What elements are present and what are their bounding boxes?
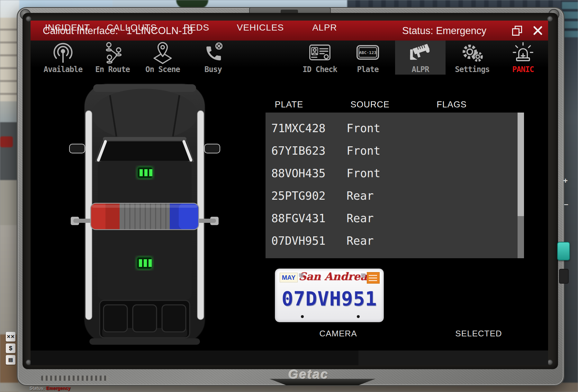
side-dark-button [559,269,569,284]
game-screenshot: { "window": { "title_prefix": "Callout I… [0,0,578,392]
alpr-row[interactable]: 88VOH435Front [266,162,524,185]
alpr-row[interactable]: 25PTG902Rear [266,185,524,207]
hud-icon-boxes: ✕✕ [6,332,15,342]
cell-source: Front [347,162,380,185]
chassis-notch [269,379,375,385]
cell-plate: 71MXC428 [266,117,347,140]
plate-number: 07DVH951 [275,287,384,310]
cell-plate: 25PTG902 [266,185,347,207]
panic-button[interactable]: PANIC [502,41,544,75]
route-pins-icon [100,41,125,65]
hud-status-text: Status: Emergency [30,386,70,391]
location-pin-diamond-icon [150,41,175,65]
tab-vehicles[interactable]: VEHICLES [225,21,296,35]
alpr-results-table: 71MXC428Front 67YIB623Front 88VOH435Fron… [266,113,524,258]
available-button[interactable]: Available [37,41,89,75]
tab-peds[interactable]: PEDS [161,21,232,35]
hud-icon-dollar: $ [6,343,15,353]
tab-callouts[interactable]: CALLOUTS [96,21,167,35]
on-scene-label: On Scene [145,65,180,74]
alpr-row[interactable]: 67YIB623Front [266,140,524,162]
tab-incident[interactable]: INCIDENT [32,21,103,35]
broadcast-icon [51,41,75,65]
side-plus-button: + [563,176,568,185]
close-icon[interactable] [532,25,543,36]
background-car [0,136,13,147]
panic-label: PANIC [512,65,534,74]
busy-label: Busy [204,65,222,74]
license-plate-icon: ABC·123 [355,41,381,65]
busy-button[interactable]: Busy [194,41,232,75]
plate-screw [301,315,304,318]
column-header-source: SOURCE [335,100,405,110]
alpr-button[interactable]: ALPR [395,41,446,75]
hud-status-label: Status: [30,386,45,391]
id-card-icon [307,41,333,65]
settings-button[interactable]: Settings [447,41,498,75]
cell-plate: 07DVH951 [266,230,347,252]
selected-label: SELECTED [437,329,520,339]
gears-icon [459,41,485,65]
cell-plate: 88VOH435 [266,162,347,185]
available-label: Available [43,65,82,74]
plate-registration-sticker [367,272,380,284]
bottom-tab-bar-extension [358,351,548,365]
cctv-camera-icon [408,41,433,65]
plate-button[interactable]: ABC·123 Plate [347,41,389,75]
cell-source: Rear [347,230,374,252]
side-teal-button [557,242,570,260]
id-check-button[interactable]: ID Check [294,41,346,75]
side-minus-button: − [564,200,568,209]
status-text: Status: Emergency [402,25,486,37]
table-scrollbar[interactable] [518,113,524,258]
plate-icon-text: ABC·123 [359,50,376,55]
cell-source: Front [347,140,380,162]
hud-icon-grid: ▤ [6,355,15,365]
alpr-label: ALPR [412,65,429,74]
toolbar: Available En Route On S [31,41,548,75]
tab-alpr[interactable]: ALPR [289,21,360,35]
license-plate-preview: MAY San Andreas 07DVH951 [275,269,384,322]
column-header-flags: FLAGS [416,100,487,110]
cell-plate: 88FGV431 [266,207,347,230]
siren-icon [511,41,535,65]
plate-screw [357,315,360,318]
restore-window-icon[interactable] [512,25,522,36]
bottom-tab-bar [31,351,358,365]
scrollbar-thumb[interactable] [518,113,524,216]
camera-label: CAMERA [296,329,380,339]
hud-status-value: Emergency [46,386,70,391]
cell-source: Rear [347,185,374,207]
alpr-row[interactable]: 07DVH951Rear [266,230,524,252]
mdt-screen: Callout Interface:1-LINCOLN-18 Status: E… [31,21,548,365]
settings-label: Settings [455,65,490,74]
alpr-row[interactable]: 71MXC428Front [266,117,524,140]
id-check-label: ID Check [303,65,337,74]
on-scene-button[interactable]: On Scene [139,41,187,75]
phone-x-icon [201,41,225,65]
en-route-label: En Route [95,65,130,74]
cell-source: Front [347,117,380,140]
alpr-row[interactable]: 88FGV431Rear [266,207,524,230]
cell-source: Rear [347,207,374,230]
plate-label: Plate [357,65,378,74]
en-route-button[interactable]: En Route [88,41,137,75]
column-header-plate: PLATE [254,100,324,110]
patrol-vehicle-topdown-image [55,75,235,351]
laptop-vents [41,376,109,381]
cell-plate: 67YIB623 [266,140,347,162]
